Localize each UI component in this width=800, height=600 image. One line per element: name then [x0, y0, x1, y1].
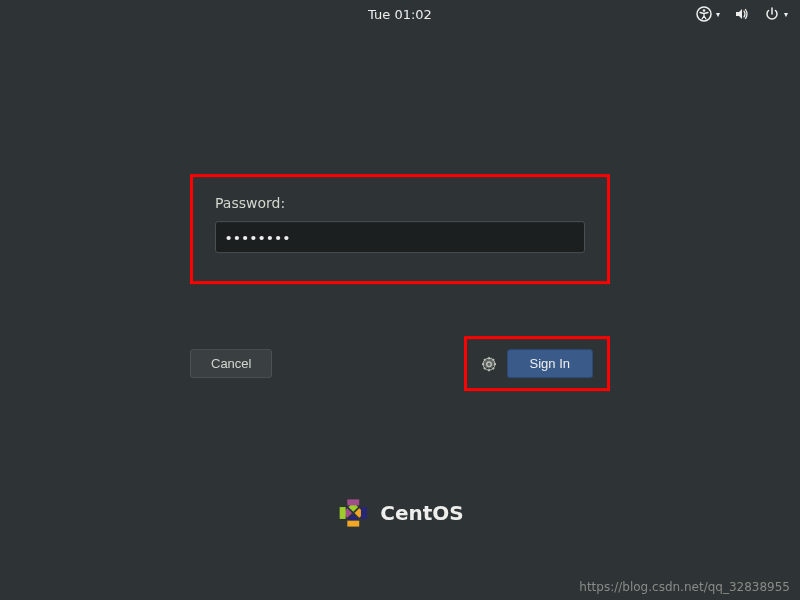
watermark: https://blog.csdn.net/qq_32838955 — [579, 580, 790, 594]
svg-rect-15 — [347, 499, 359, 505]
svg-line-9 — [484, 367, 485, 368]
topbar-right: ▾ ▾ — [696, 6, 788, 22]
svg-line-7 — [484, 359, 485, 360]
svg-rect-17 — [340, 507, 346, 519]
gear-icon — [481, 356, 497, 372]
chevron-down-icon: ▾ — [716, 10, 720, 19]
centos-logo-icon — [336, 496, 370, 530]
login-panel: Password: Cancel Sign In — [190, 174, 610, 391]
accessibility-icon — [696, 6, 712, 22]
power-menu[interactable]: ▾ — [764, 6, 788, 22]
signin-highlight-box: Sign In — [464, 336, 610, 391]
password-label: Password: — [215, 195, 585, 211]
password-input[interactable] — [215, 221, 585, 253]
sign-in-button[interactable]: Sign In — [507, 349, 593, 378]
svg-line-10 — [492, 359, 493, 360]
brand-name: CentOS — [380, 501, 463, 525]
svg-rect-18 — [361, 507, 367, 519]
clock: Tue 01:02 — [368, 7, 432, 22]
volume-icon — [734, 6, 750, 22]
buttons-row: Cancel Sign In — [190, 336, 610, 391]
accessibility-menu[interactable]: ▾ — [696, 6, 720, 22]
power-icon — [764, 6, 780, 22]
svg-rect-16 — [347, 521, 359, 527]
cancel-button[interactable]: Cancel — [190, 349, 272, 378]
svg-line-8 — [492, 367, 493, 368]
branding: CentOS — [336, 496, 463, 530]
chevron-down-icon: ▾ — [784, 10, 788, 19]
svg-point-1 — [703, 9, 706, 12]
session-options-button[interactable] — [481, 356, 497, 372]
volume-control[interactable] — [734, 6, 750, 22]
password-highlight-box: Password: — [190, 174, 610, 284]
topbar: Tue 01:02 ▾ ▾ — [0, 0, 800, 28]
